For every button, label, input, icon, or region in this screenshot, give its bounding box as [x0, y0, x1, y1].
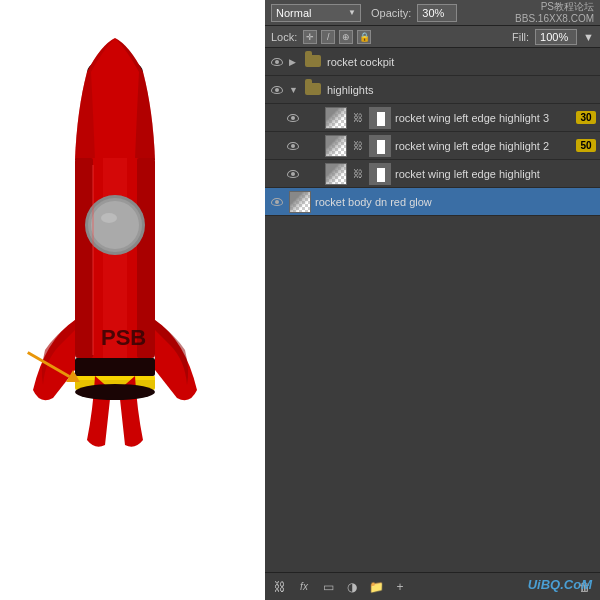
- layer-visibility-toggle[interactable]: [269, 54, 285, 70]
- svg-rect-9: [75, 358, 155, 376]
- lock-move-icon[interactable]: ✛: [303, 30, 317, 44]
- layer-thumbnail: [325, 135, 347, 157]
- svg-point-8: [101, 213, 117, 223]
- svg-point-12: [75, 384, 155, 400]
- link-icon: ⛓: [353, 168, 363, 179]
- rocket-illustration: PSB: [15, 30, 245, 560]
- fx-button[interactable]: fx: [295, 578, 313, 596]
- folder-arrow: ▼: [289, 85, 301, 95]
- lock-all-icon[interactable]: 🔒: [357, 30, 371, 44]
- ps-panel: Normal ▼ Opacity: 30% PS教程论坛 BBS.16XX8.C…: [265, 0, 600, 600]
- layer-item[interactable]: rocket body dn red glow: [265, 188, 600, 216]
- layer-mask: [369, 107, 391, 129]
- topbar: Normal ▼ Opacity: 30% PS教程论坛 BBS.16XX8.C…: [265, 0, 600, 26]
- folder-icon: [305, 83, 323, 97]
- layer-thumbnail: [289, 191, 311, 213]
- layer-item[interactable]: ▼ highlights: [265, 76, 600, 104]
- eye-icon: [271, 86, 283, 94]
- new-folder-button[interactable]: 📁: [367, 578, 385, 596]
- blend-mode-value: Normal: [276, 7, 311, 19]
- lock-label: Lock:: [271, 31, 297, 43]
- opacity-input[interactable]: 30%: [417, 4, 457, 22]
- layer-thumbnail: [325, 107, 347, 129]
- mask-button[interactable]: ▭: [319, 578, 337, 596]
- layer-mask: [369, 135, 391, 157]
- layer-visibility-toggle[interactable]: [285, 110, 301, 126]
- website-line2: BBS.16XX8.COM: [515, 13, 594, 25]
- layers-list: ▶ rocket cockpit ▼ highlights: [265, 48, 600, 572]
- website-info: PS教程论坛 BBS.16XX8.COM: [515, 1, 594, 25]
- layer-opacity-badge: 30: [576, 111, 596, 124]
- eye-icon: [287, 142, 299, 150]
- blend-mode-select[interactable]: Normal ▼: [271, 4, 361, 22]
- layer-item[interactable]: ▶ rocket cockpit: [265, 48, 600, 76]
- adjustment-button[interactable]: ◑: [343, 578, 361, 596]
- new-layer-button[interactable]: +: [391, 578, 409, 596]
- eye-icon: [287, 170, 299, 178]
- eye-icon: [287, 114, 299, 122]
- layer-link: ⛓: [351, 111, 365, 125]
- mask-shape: [377, 168, 385, 182]
- layer-opacity-badge: 50: [576, 139, 596, 152]
- eye-icon: [271, 58, 283, 66]
- layer-visibility-toggle[interactable]: [285, 138, 301, 154]
- thumb-shape: [326, 136, 346, 156]
- layer-link: ⛓: [351, 167, 365, 181]
- folder-arrow: ▶: [289, 57, 301, 67]
- layer-name: rocket cockpit: [327, 56, 596, 68]
- layer-visibility-toggle[interactable]: [285, 166, 301, 182]
- layer-mask: [369, 163, 391, 185]
- link-icon: ⛓: [353, 140, 363, 151]
- layer-visibility-toggle[interactable]: [269, 82, 285, 98]
- layer-name: rocket wing left edge highlight 3: [395, 112, 572, 124]
- watermark: UiBQ.CoM: [528, 577, 592, 592]
- link-icon: ⛓: [353, 112, 363, 123]
- layer-name: rocket body dn red glow: [315, 196, 596, 208]
- link-layers-button[interactable]: ⛓: [271, 578, 289, 596]
- svg-rect-2: [75, 158, 93, 358]
- lock-icons: ✛ / ⊕ 🔒: [303, 30, 371, 44]
- layer-link: ⛓: [351, 139, 365, 153]
- layer-item[interactable]: ⛓ rocket wing left edge highlight: [265, 160, 600, 188]
- eye-icon: [271, 198, 283, 206]
- layer-item[interactable]: ⛓ rocket wing left edge highlight 3 30: [265, 104, 600, 132]
- layer-name: rocket wing left edge highlight 2: [395, 140, 572, 152]
- thumb-shape: [326, 108, 346, 128]
- lock-position-icon[interactable]: ⊕: [339, 30, 353, 44]
- blend-mode-arrow: ▼: [348, 8, 356, 17]
- layer-name: rocket wing left edge highlight: [395, 168, 596, 180]
- fill-percent: ▼: [583, 31, 594, 43]
- mask-shape: [377, 140, 385, 154]
- layer-item[interactable]: ⛓ rocket wing left edge highlight 2 50: [265, 132, 600, 160]
- svg-point-7: [91, 201, 139, 249]
- mask-shape: [377, 112, 385, 126]
- svg-rect-11: [75, 376, 155, 380]
- website-line1: PS教程论坛: [541, 1, 594, 13]
- opacity-label: Opacity:: [371, 7, 411, 19]
- layer-thumbnail: [325, 163, 347, 185]
- layer-name: highlights: [327, 84, 596, 96]
- lock-pixels-icon[interactable]: /: [321, 30, 335, 44]
- folder-icon: [305, 55, 323, 69]
- canvas-area: PSB: [0, 0, 265, 600]
- fill-label: Fill:: [512, 31, 529, 43]
- layer-visibility-toggle[interactable]: [269, 194, 285, 210]
- thumb-shape: [290, 192, 310, 212]
- thumb-shape: [326, 164, 346, 184]
- fill-input[interactable]: 100%: [535, 29, 577, 45]
- lock-row: Lock: ✛ / ⊕ 🔒 Fill: 100% ▼: [265, 26, 600, 48]
- svg-text:PSB: PSB: [101, 325, 146, 350]
